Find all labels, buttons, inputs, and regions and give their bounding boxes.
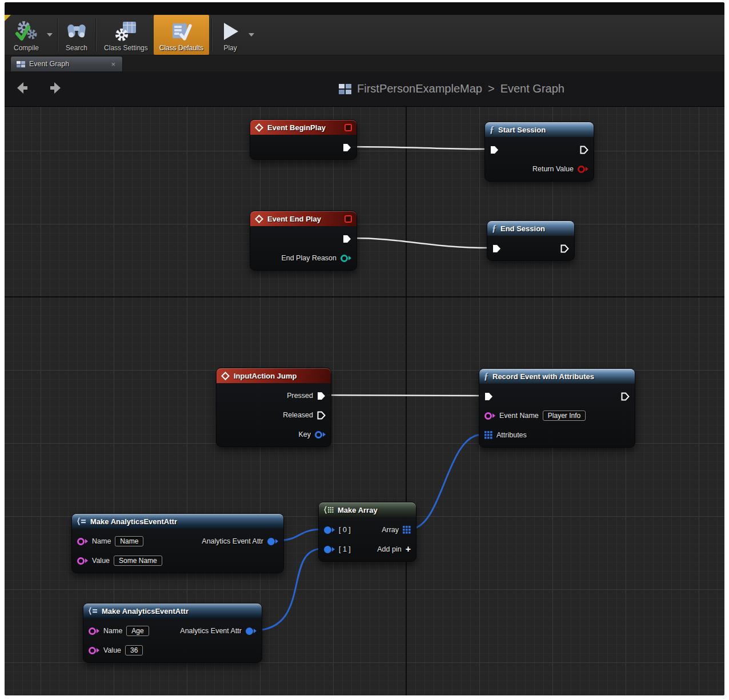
- end-play-reason-pin[interactable]: [341, 255, 351, 262]
- breadcrumb: FirstPersonExampleMap > Event Graph: [339, 82, 564, 95]
- event-name-pin[interactable]: [484, 412, 495, 420]
- node-start-session[interactable]: ƒ Start Session Return Value: [484, 122, 594, 182]
- released-exec-pin[interactable]: [317, 411, 326, 420]
- compile-dropdown-caret[interactable]: [47, 33, 53, 37]
- array-element-0-pin[interactable]: [324, 526, 335, 534]
- name-input[interactable]: Age: [126, 626, 149, 636]
- breadcrumb-graph-name[interactable]: Event Graph: [500, 82, 564, 95]
- node-make-array[interactable]: Make Array [ 0 ] Array: [318, 502, 416, 562]
- node-header[interactable]: ƒ End Session: [487, 221, 574, 236]
- delegate-pin[interactable]: [345, 124, 352, 131]
- play-dropdown-caret[interactable]: [249, 33, 254, 37]
- node-header[interactable]: Event End Play: [250, 211, 357, 226]
- event-graph-tab-icon: [17, 61, 25, 67]
- node-title: Make AnalyticsEventAttr: [90, 517, 177, 526]
- tab-bar: Event Graph ×: [5, 55, 724, 71]
- toolbar-separator: [95, 18, 96, 51]
- graph-nav-bar: FirstPersonExampleMap > Event Graph: [5, 71, 724, 107]
- return-value-label: Return Value: [532, 165, 574, 173]
- value-label: Value: [92, 557, 110, 565]
- node-header[interactable]: InputAction Jump: [217, 368, 331, 383]
- wire-pressed-to-recordevent[interactable]: [327, 395, 482, 396]
- name-pin[interactable]: [89, 627, 99, 635]
- wire-array-to-attributes[interactable]: [409, 435, 482, 529]
- class-defaults-button[interactable]: Class Defaults: [154, 15, 209, 55]
- exec-out-pin[interactable]: [343, 143, 351, 152]
- node-header[interactable]: Event BeginPlay: [250, 120, 357, 135]
- node-header[interactable]: Make AnalyticsEventAttr: [83, 604, 262, 618]
- node-inputaction-jump[interactable]: InputAction Jump Pressed Released Key: [216, 368, 331, 447]
- analytics-event-attr-output-pin[interactable]: [246, 627, 257, 635]
- exec-out-pin[interactable]: [621, 392, 630, 401]
- key-pin[interactable]: [315, 431, 326, 438]
- analytics-event-attr-output-label: Analytics Event Attr: [180, 627, 242, 635]
- value-pin[interactable]: [77, 557, 88, 565]
- compile-button[interactable]: Compile: [8, 15, 45, 55]
- toolbar-separator: [211, 18, 212, 51]
- delegate-pin[interactable]: [345, 215, 352, 223]
- node-header[interactable]: Make AnalyticsEventAttr: [72, 514, 283, 529]
- tab-close-icon[interactable]: ×: [110, 61, 117, 68]
- node-end-session[interactable]: ƒ End Session: [487, 220, 575, 261]
- array-output-pin[interactable]: [403, 526, 411, 534]
- nav-back-button[interactable]: [17, 82, 31, 96]
- wire-beginplay-to-startsession[interactable]: [352, 147, 487, 149]
- function-icon: ƒ: [484, 372, 488, 381]
- value-input[interactable]: Some Name: [114, 556, 162, 566]
- name-input[interactable]: Name: [115, 536, 143, 546]
- node-header[interactable]: ƒ Record Event with Attributes: [479, 369, 635, 384]
- breadcrumb-separator-icon: >: [488, 82, 495, 95]
- array-element-1-pin[interactable]: [324, 546, 335, 553]
- wire-endplay-to-endsession[interactable]: [352, 238, 490, 248]
- toolbar-separator: [57, 18, 58, 51]
- name-pin[interactable]: [77, 538, 88, 545]
- breadcrumb-map-name[interactable]: FirstPersonExampleMap: [357, 82, 482, 95]
- exec-out-pin[interactable]: [580, 146, 588, 154]
- exec-in-pin[interactable]: [492, 244, 501, 253]
- node-make-analyticseventattr-name[interactable]: Make AnalyticsEventAttr Name Name Analyt…: [71, 513, 284, 573]
- class-settings-label: Class Settings: [104, 44, 148, 52]
- play-label: Play: [223, 44, 237, 52]
- class-defaults-label: Class Defaults: [159, 44, 203, 52]
- attributes-array-pin[interactable]: [484, 431, 492, 439]
- node-make-analyticseventattr-age[interactable]: Make AnalyticsEventAttr Name Age Analyti…: [83, 603, 262, 663]
- event-icon: [255, 215, 263, 223]
- search-button[interactable]: Search: [60, 15, 93, 55]
- analytics-event-attr-output-pin[interactable]: [267, 538, 278, 545]
- event-name-input[interactable]: Player Info: [543, 411, 586, 421]
- pressed-label: Pressed: [287, 392, 313, 400]
- pressed-exec-pin[interactable]: [317, 392, 326, 400]
- play-button[interactable]: Play: [214, 15, 246, 55]
- node-event-beginplay[interactable]: Event BeginPlay: [250, 119, 357, 160]
- node-title: Event BeginPlay: [267, 123, 326, 132]
- event-graph-canvas[interactable]: Event BeginPlay ƒ Start Session: [5, 107, 724, 695]
- node-title: Make AnalyticsEventAttr: [102, 607, 189, 615]
- event-icon: [255, 123, 263, 132]
- return-value-pin[interactable]: [578, 166, 588, 173]
- tab-label: Event Graph: [29, 60, 69, 68]
- analytics-event-attr-output-label: Analytics Event Attr: [202, 537, 263, 545]
- add-pin-plus-icon[interactable]: +: [406, 545, 411, 554]
- make-array-icon: [323, 506, 334, 514]
- grid-origin-horizontal: [5, 296, 724, 297]
- name-label: Name: [103, 627, 122, 635]
- exec-out-pin[interactable]: [560, 244, 569, 253]
- node-header[interactable]: Make Array: [319, 502, 416, 517]
- tab-event-graph[interactable]: Event Graph ×: [10, 56, 123, 71]
- value-input[interactable]: 36: [125, 645, 143, 655]
- exec-out-pin[interactable]: [343, 235, 351, 243]
- nav-forward-button[interactable]: [47, 82, 61, 96]
- key-label: Key: [298, 431, 311, 438]
- node-event-endplay[interactable]: Event End Play End Play Reason: [250, 211, 357, 271]
- make-struct-icon: [77, 517, 86, 525]
- node-record-event-with-attributes[interactable]: ƒ Record Event with Attributes Event Nam…: [479, 368, 635, 448]
- play-icon: [220, 20, 241, 43]
- class-settings-button[interactable]: Class Settings: [98, 15, 154, 55]
- exec-in-pin[interactable]: [490, 146, 499, 154]
- value-pin[interactable]: [89, 647, 99, 654]
- released-label: Released: [283, 411, 313, 419]
- blueprint-icon: [339, 84, 351, 94]
- exec-in-pin[interactable]: [484, 392, 493, 401]
- event-icon: [221, 372, 230, 380]
- node-header[interactable]: ƒ Start Session: [485, 122, 594, 137]
